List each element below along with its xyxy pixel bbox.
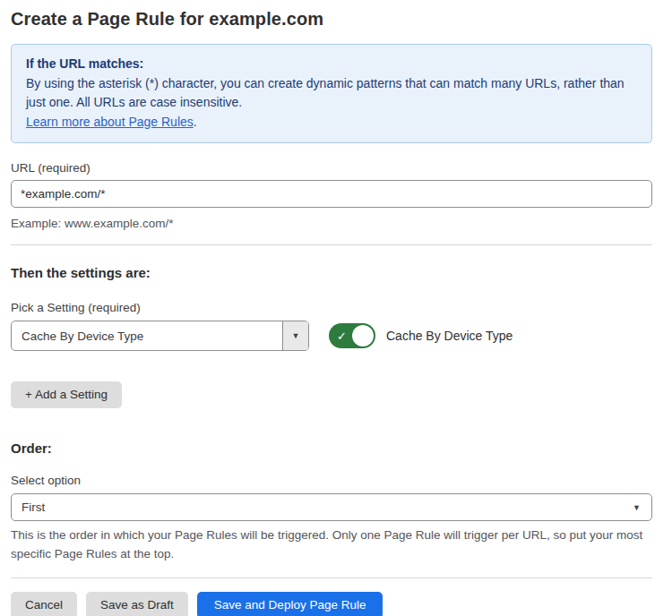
save-and-deploy-button[interactable]: Save and Deploy Page Rule xyxy=(197,592,383,616)
add-setting-button[interactable]: + Add a Setting xyxy=(11,381,122,408)
link-suffix: . xyxy=(194,115,197,129)
check-icon: ✓ xyxy=(337,329,347,343)
order-helper-text: This is the order in which your Page Rul… xyxy=(11,526,652,563)
order-dropdown[interactable]: First ▼ xyxy=(11,493,652,521)
save-as-draft-button[interactable]: Save as Draft xyxy=(86,592,188,616)
setting-dropdown-value: Cache By Device Type xyxy=(12,321,282,350)
caret-down-icon: ▼ xyxy=(633,503,641,512)
page-rule-form: Create a Page Rule for example.com If th… xyxy=(0,0,672,616)
order-section-heading: Order: xyxy=(11,441,652,456)
toggle-knob xyxy=(352,325,374,346)
learn-more-link[interactable]: Learn more about Page Rules xyxy=(26,115,194,129)
setting-dropdown[interactable]: Cache By Device Type ▼ xyxy=(11,321,309,351)
section-divider xyxy=(11,244,652,245)
url-example-helper: Example: www.example.com/* xyxy=(11,214,652,233)
cancel-button[interactable]: Cancel xyxy=(11,592,77,616)
pick-setting-label: Pick a Setting (required) xyxy=(11,301,652,314)
setting-toggle-label: Cache By Device Type xyxy=(386,329,513,343)
url-match-info-banner: If the URL matches: By using the asteris… xyxy=(11,44,652,143)
url-field-label: URL (required) xyxy=(11,161,652,175)
setting-toggle[interactable]: ✓ xyxy=(329,323,375,348)
order-dropdown-value: First xyxy=(22,500,45,514)
info-banner-body: By using the asterisk (*) character, you… xyxy=(26,74,637,113)
setting-row: Cache By Device Type ▼ ✓ Cache By Device… xyxy=(11,321,652,351)
setting-dropdown-caret-button[interactable]: ▼ xyxy=(282,321,308,350)
info-banner-link-line: Learn more about Page Rules. xyxy=(26,113,637,133)
settings-section-heading: Then the settings are: xyxy=(11,265,652,280)
page-title: Create a Page Rule for example.com xyxy=(11,9,652,30)
url-input[interactable] xyxy=(11,180,652,208)
footer-actions: Cancel Save as Draft Save and Deploy Pag… xyxy=(11,592,652,616)
caret-down-icon: ▼ xyxy=(292,331,300,340)
info-banner-heading: If the URL matches: xyxy=(26,55,637,74)
footer-divider xyxy=(11,578,652,578)
order-select-label: Select option xyxy=(11,474,652,487)
